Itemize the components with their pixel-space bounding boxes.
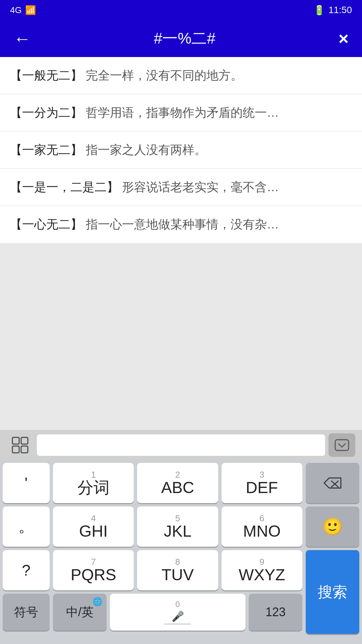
result-term-2: 【一分为二】 [10,106,82,119]
key-5-jkl[interactable]: 5 JKL [137,506,218,547]
symbol-key[interactable]: 符号 [3,594,50,631]
lang-switch-key[interactable]: 🌐 中/英 [53,594,107,631]
space-key[interactable]: 0 🎤 [110,594,245,631]
space-line [164,624,191,625]
keyboard-rows: ' 1 分词 2 ABC 3 DEF [0,460,362,644]
emoji-button[interactable]: 🙂 [306,506,359,547]
status-right: 🔋 11:50 [313,5,352,16]
keyboard-bottom-row: 符号 🌐 中/英 0 🎤 [3,594,302,631]
key-text-jkl: JKL [164,523,192,539]
empty-content-area [0,244,362,430]
key-text-tuv: TUV [162,567,194,583]
input-row [0,430,362,460]
num123-key[interactable]: 123 [249,594,302,631]
num-label-6: 6 [259,514,264,523]
key-text-ghi: GHI [79,523,108,539]
keyboard-row-2: 。 4 GHI 5 JKL 6 MNO 🙂 [3,506,359,547]
search-label: 搜索 [318,582,347,602]
result-def-1: 完全一样，没有不同的地方。 [86,68,243,82]
key-7-pqrs[interactable]: 7 PQRS [53,550,134,590]
svg-rect-3 [21,446,28,453]
keyboard-row-3: ? 7 PQRS 8 TUV 9 WXYZ [3,550,302,590]
svg-rect-2 [12,446,19,453]
key-2-abc[interactable]: 2 ABC [137,463,218,503]
keyboard-area: ' 1 分词 2 ABC 3 DEF [0,430,362,644]
result-item-2[interactable]: 【一分为二】 哲学用语，指事物作为矛盾的统一… [0,94,362,131]
key-text-def: DEF [246,480,278,496]
page-wrapper: 4G 📶 🔋 11:50 ← #一%二# × 【一般无二】 完全一样，没有不同的… [0,0,362,644]
results-list: 【一般无二】 完全一样，没有不同的地方。 【一分为二】 哲学用语，指事物作为矛盾… [0,57,362,244]
num-label-3: 3 [259,470,264,479]
keyboard-bottom-padding [3,637,359,644]
grid-icon[interactable] [7,432,34,459]
result-def-5: 指一心一意地做某种事情，没有杂… [86,217,279,231]
wifi-icon: 📶 [25,5,36,15]
result-term-1: 【一般无二】 [10,68,82,82]
key-text-pqrs: PQRS [71,567,116,583]
back-button[interactable]: ← [13,29,31,49]
signal-icon: 4G [10,5,22,15]
num-label-8: 8 [175,557,180,566]
result-def-3: 指一家之人没有两样。 [86,143,206,157]
search-button[interactable]: 搜索 [306,550,359,634]
num-label-1: 1 [91,470,96,479]
header: ← #一%二# × [0,20,362,57]
punct-key-question[interactable]: ? [3,550,50,590]
key-text-abc: ABC [161,480,194,496]
num123-label: 123 [265,605,286,619]
keyboard-col-left: ? 7 PQRS 8 TUV 9 WXYZ [3,550,302,634]
backspace-button[interactable] [306,463,359,503]
close-button[interactable]: × [339,29,349,49]
num-label-7: 7 [91,557,96,566]
space-key-inner: 0 🎤 [164,600,191,625]
content-area: 【一般无二】 完全一样，没有不同的地方。 【一分为二】 哲学用语，指事物作为矛盾… [0,57,362,644]
result-term-5: 【一心无二】 [10,217,82,231]
status-bar: 4G 📶 🔋 11:50 [0,0,362,20]
lang-label: 中/英 [66,604,94,621]
num-label-2: 2 [175,470,180,479]
battery-icon: 🔋 [313,5,325,16]
result-item-3[interactable]: 【一家无二】 指一家之人没有两样。 [0,131,362,169]
search-title: #一%二# [31,28,339,49]
key-text-mno: MNO [243,523,281,539]
result-item-4[interactable]: 【一是一，二是二】 形容说话老老实实，毫不含… [0,169,362,206]
key-9-wxyz[interactable]: 9 WXYZ [222,550,302,590]
status-left: 4G 📶 [10,5,36,15]
result-def-2: 哲学用语，指事物作为矛盾的统一… [86,106,279,119]
mic-icon: 🎤 [172,610,184,622]
punct-key-comma[interactable]: ' [3,463,50,503]
result-item-5[interactable]: 【一心无二】 指一心一意地做某种事情，没有杂… [0,206,362,243]
num-label-5: 5 [175,514,180,523]
globe-icon: 🌐 [93,597,103,606]
time-display: 11:50 [328,5,352,15]
svg-rect-0 [12,437,19,444]
keyboard-row-1: ' 1 分词 2 ABC 3 DEF [3,463,359,503]
key-4-ghi[interactable]: 4 GHI [53,506,134,547]
svg-rect-4 [335,440,349,450]
num-label-4: 4 [91,514,96,523]
svg-rect-1 [21,437,28,444]
result-term-3: 【一家无二】 [10,143,82,157]
result-term-4: 【一是一，二是二】 [10,180,119,194]
punct-key-period[interactable]: 。 [3,506,50,547]
key-8-tuv[interactable]: 8 TUV [137,550,218,590]
result-def-4: 形容说话老老实实，毫不含… [122,180,279,194]
space-num-label: 0 [175,600,180,609]
collapse-keyboard-button[interactable] [328,433,355,457]
num-label-9: 9 [259,557,264,566]
text-input[interactable] [37,434,325,456]
keyboard-last-section: ? 7 PQRS 8 TUV 9 WXYZ [3,550,359,634]
result-item-1[interactable]: 【一般无二】 完全一样，没有不同的地方。 [0,57,362,94]
key-3-def[interactable]: 3 DEF [222,463,302,503]
key-1-fenci[interactable]: 1 分词 [53,463,134,503]
symbol-label: 符号 [14,604,38,621]
key-text-wxyz: WXYZ [239,567,285,583]
key-6-mno[interactable]: 6 MNO [222,506,302,547]
key-text-fenci: 分词 [77,480,110,496]
